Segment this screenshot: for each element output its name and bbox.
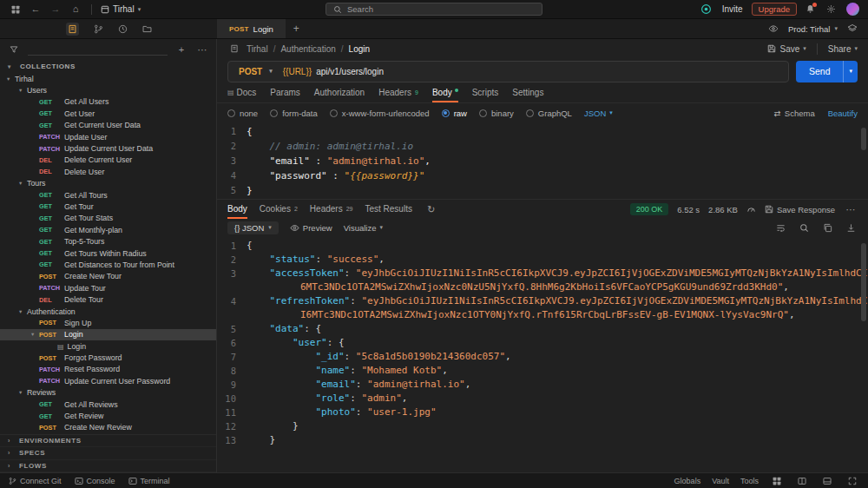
tree-item[interactable]: ▾ Reviews	[0, 387, 216, 399]
response-tab-item[interactable]: Body	[227, 200, 247, 219]
filter-icon[interactable]	[7, 43, 21, 56]
collections-view-icon[interactable]	[66, 23, 79, 36]
back-icon[interactable]: ←	[29, 3, 43, 16]
user-avatar[interactable]	[846, 3, 859, 16]
code-text[interactable]: {	[247, 124, 868, 139]
vault-button[interactable]: Vault	[712, 477, 729, 485]
workspace-switcher[interactable]: Tirhal ▾	[101, 4, 141, 14]
sidebar-section[interactable]: › ENVIRONMENTS	[0, 435, 216, 448]
request-tab-item[interactable]: ▤ Headers 9	[378, 84, 418, 102]
notifications-bell-icon[interactable]	[806, 4, 815, 14]
tree-item[interactable]: DEL Delete User	[0, 166, 216, 177]
download-icon[interactable]	[844, 221, 858, 234]
forward-icon[interactable]: →	[49, 3, 62, 16]
request-tab-item[interactable]: ▤ Settings	[512, 84, 543, 102]
request-tab-item[interactable]: ▤ Params	[270, 84, 299, 102]
tree-item[interactable]: POST Create New Review	[0, 422, 216, 433]
tree-item[interactable]: GET Get Tour Stats	[0, 213, 216, 224]
sidebar-search-input[interactable]	[28, 44, 168, 56]
request-tab-item[interactable]: ▤ Scripts	[472, 84, 499, 102]
send-options-caret[interactable]: ▾	[843, 61, 858, 82]
save-button[interactable]: Save ▾	[767, 44, 806, 54]
sidebar-section[interactable]: › FLOWS	[0, 460, 216, 473]
tree-item[interactable]: PATCH Update User	[0, 131, 216, 142]
tree-item[interactable]: PATCH Reset Password	[0, 364, 216, 375]
expand-icon[interactable]	[845, 474, 859, 488]
app-grid-icon[interactable]	[9, 3, 23, 16]
tree-item[interactable]: GET Get All Users	[0, 96, 216, 108]
body-type-radio[interactable]: none	[227, 109, 258, 118]
agent-status-icon[interactable]	[700, 3, 713, 16]
new-tab-button[interactable]: +	[286, 19, 307, 38]
refresh-icon[interactable]: ↻	[424, 202, 438, 216]
tree-item[interactable]: Login	[0, 340, 216, 352]
method-selector[interactable]: POST ▾	[228, 67, 283, 76]
search-icon[interactable]	[797, 221, 811, 234]
request-tab[interactable]: POST Login	[217, 19, 286, 38]
environment-selector[interactable]: Prod: Tirhal ▾	[788, 24, 838, 34]
code-text[interactable]: }	[247, 183, 868, 198]
response-tab-item[interactable]: Test Results	[365, 200, 411, 219]
request-tab-item[interactable]: ▤ Docs	[227, 84, 256, 102]
performance-icon[interactable]	[746, 205, 756, 214]
tree-item[interactable]: GET Get Review	[0, 410, 216, 421]
tree-item[interactable]: ▾ Users	[0, 84, 216, 96]
history-icon[interactable]	[118, 24, 128, 34]
terminal-button[interactable]: Terminal	[128, 477, 170, 485]
code-line[interactable]: 3 "email" : "admin@tirhal.io",	[217, 154, 868, 168]
tree-item[interactable]: GET Top-5-Tours	[0, 235, 216, 247]
bottom-panel-icon[interactable]	[820, 474, 834, 488]
tools-button[interactable]: Tools	[740, 477, 759, 485]
layers-icon[interactable]	[845, 22, 859, 36]
share-button[interactable]: Share ▾	[828, 44, 858, 54]
response-format-selector[interactable]: {} JSON ▾	[227, 221, 279, 234]
tree-item[interactable]: DEL Delete Tour	[0, 293, 216, 305]
tree-item[interactable]: DEL Delete Current User	[0, 155, 216, 166]
body-type-radio[interactable]: form-data	[270, 109, 318, 118]
visualize-button[interactable]: Visualize ▾	[344, 223, 383, 233]
request-tab-item[interactable]: ▤ Body	[432, 84, 458, 102]
code-text[interactable]: "email" : "admin@tirhal.io",	[247, 154, 868, 168]
tree-item[interactable]: POST Create New Tour	[0, 271, 216, 282]
tree-item[interactable]: POST Sign Up	[0, 317, 216, 328]
request-body-editor[interactable]: 1{2 // admin: admin@tirhal.io3 "email" :…	[217, 122, 868, 199]
request-tab-item[interactable]: ▤ Authorization	[314, 84, 365, 102]
home-icon[interactable]: ⌂	[69, 3, 82, 16]
tree-item[interactable]: ▾ Tirhal	[0, 73, 216, 84]
url-input[interactable]: {{URL}} api/v1/users/login	[283, 67, 384, 76]
sidebar-section[interactable]: › SPECS	[0, 447, 216, 460]
more-options-icon[interactable]: ⋯	[195, 43, 209, 56]
save-response-button[interactable]: Save Response	[765, 205, 835, 214]
console-button[interactable]: Console	[75, 477, 115, 485]
collections-section-header[interactable]: ▾ COLLECTIONS	[0, 60, 216, 73]
beautify-button[interactable]: Beautify	[828, 109, 858, 118]
code-text[interactable]: "password" : "{{password}}"	[247, 168, 868, 183]
code-text[interactable]: // admin: admin@tirhal.io	[247, 139, 868, 154]
tree-item[interactable]: GET Get Tour	[0, 201, 216, 212]
code-line[interactable]: 4 "password" : "{{password}}"	[217, 168, 868, 183]
more-options-icon[interactable]: ⋯	[844, 202, 858, 216]
breadcrumb-part[interactable]: Authentication	[280, 44, 335, 54]
response-scrollbar[interactable]	[861, 243, 866, 321]
tree-item[interactable]: POST Forgot Password	[0, 352, 216, 363]
response-tab-item[interactable]: Cookies 2	[260, 200, 298, 219]
copy-icon[interactable]	[820, 221, 834, 234]
preview-button[interactable]: Preview	[290, 223, 332, 233]
fork-icon[interactable]	[94, 24, 103, 34]
tree-item[interactable]: ▾ POST Login	[0, 329, 216, 340]
tree-item[interactable]: GET Get User	[0, 108, 216, 119]
folder-icon[interactable]	[142, 24, 152, 34]
body-type-radio[interactable]: binary	[479, 109, 514, 118]
tree-item[interactable]: GET Get All Tours	[0, 189, 216, 201]
body-type-radio[interactable]: GraphQL	[526, 109, 572, 118]
add-icon[interactable]: +	[174, 43, 188, 56]
body-type-radio[interactable]: x-www-form-urlencoded	[330, 109, 430, 118]
tree-item[interactable]: PATCH Update Current User Data	[0, 142, 216, 154]
tree-item[interactable]: GET Get Monthly-plan	[0, 224, 216, 235]
tree-item[interactable]: GET Get Distances to Tour from Point	[0, 259, 216, 270]
tree-item[interactable]: ▾ Authentication	[0, 306, 216, 317]
code-line[interactable]: 2 // admin: admin@tirhal.io	[217, 139, 868, 154]
tree-item[interactable]: ▾ Tours	[0, 178, 216, 189]
settings-gear-icon[interactable]	[824, 3, 838, 16]
breadcrumb-part[interactable]: Tirhal	[247, 44, 268, 54]
